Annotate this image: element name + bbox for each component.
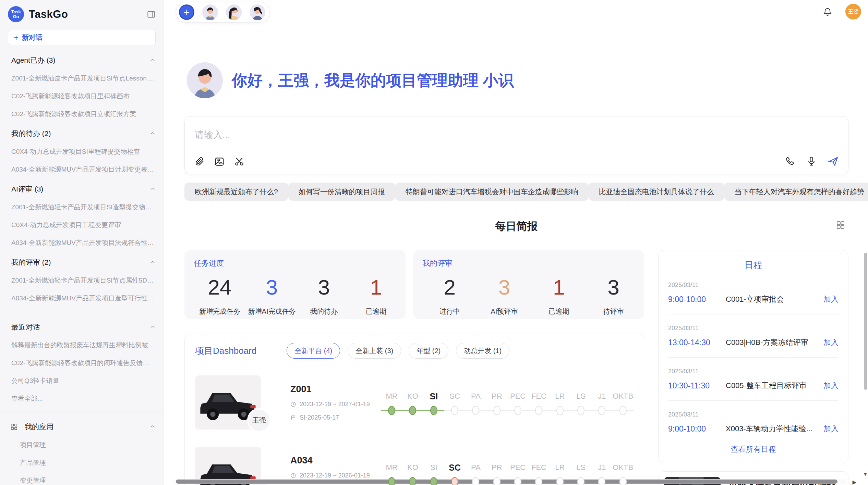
milestone-dot [388,477,395,485]
clock-icon [290,473,296,478]
chevron-up-icon[interactable] [149,130,156,137]
app-title: TaskGo [29,8,68,21]
send-icon[interactable] [827,156,839,167]
assistant-avatar [187,62,223,98]
list-item[interactable]: A034-全新新能源MUV产品开发项目造型可行性评审 [11,285,156,303]
join-link[interactable]: 加入 [823,294,839,304]
tab-platform[interactable]: 全新平台 (4) [287,343,340,359]
milestone-label: LR [550,391,570,403]
list-item[interactable]: C0X4-动力总成开发项目工程变更评审 [11,212,156,229]
schedule-time: 9:00-10:00 [668,424,726,434]
milestone-dot [619,406,627,415]
stat-value: 1 [350,275,402,299]
milestone-dot [472,477,479,485]
sidebar-item-product-mgmt[interactable]: 产品管理 [20,449,163,467]
attachment-icon[interactable] [194,156,205,167]
agent-avatar[interactable] [250,4,265,20]
suggestion-chip[interactable]: 特朗普可能对进口汽车增税会对中国车企造成哪些影响 [395,183,589,201]
list-item[interactable]: A034-全新新能源MUV产品开发项目法规符合性评审 [11,229,156,247]
milestone-dot [472,406,479,415]
stat-label: 已逾期 [350,307,402,316]
image-icon[interactable] [214,156,225,167]
user-avatar[interactable]: 王强 [845,4,861,20]
join-link[interactable]: 加入 [823,337,839,348]
vertical-scrollbar-thumb[interactable] [864,253,867,390]
scissors-icon[interactable] [234,156,245,167]
sidebar-item-change-mgmt[interactable]: 变更管理 [20,467,163,485]
milestone-dot [514,406,521,415]
list-item[interactable]: Z001-全新燃油皮卡产品开发项目SI节点Lesson Learn报告 [11,65,156,83]
add-agent-button[interactable]: + [179,4,194,20]
list-item[interactable]: Z001-全新燃油轻卡产品开发项目SI造型提交物评审 [11,194,156,212]
milestone-label: OKTB [613,462,634,474]
suggestion-chip[interactable]: 如何写一份清晰的项目周报 [288,183,395,201]
milestone-label: FEC [528,391,549,403]
milestone-label: MR [381,462,402,474]
milestone-dot [556,406,564,415]
milestone-track: MR KO SI SC PA PR PEC FEC LR LS J1 OKTB [381,390,634,417]
schedule-item: 2025/03/11 9:00-10:00 X003-车辆动力学性能验... 加… [668,401,839,434]
list-item[interactable]: 解释最新出台的欧盟报废车法规再生塑料比例被调至15%... [11,332,156,350]
schedule-time: 13:00-14:30 [668,338,726,347]
chevron-up-icon[interactable] [149,186,156,192]
milestone-dot [598,406,605,415]
section-my-todo[interactable]: 我的待办 (2) [11,129,156,138]
horizontal-scrollbar[interactable]: ▶ [173,479,847,484]
milestone-label: SI [423,391,444,403]
suggestion-chip[interactable]: 当下年轻人对汽车外观有怎样的喜好趋势 [724,183,868,201]
schedule-name: C003|H0B-方案冻结评审 [726,337,819,348]
milestone-label: PR [486,462,507,474]
chat-input-placeholder[interactable]: 请输入... [195,129,230,141]
schedule-name: X003-车辆动力学性能验... [726,424,819,434]
list-item[interactable]: C02-飞腾新能源轻客改款项目的闭环通告反馈情况 [11,350,156,368]
join-link[interactable]: 加入 [823,424,839,434]
horizontal-scrollbar-thumb[interactable] [176,480,837,484]
chevron-up-icon[interactable] [149,259,156,265]
list-item[interactable]: C0X4-动力总成开发项目SI里程碑提交物检查 [11,138,156,156]
agent-avatar-group: + [176,2,270,23]
tab-model-year[interactable]: 年型 (2) [409,343,448,359]
section-ai-review[interactable]: AI评审 (3) [11,184,156,194]
notification-bell-icon[interactable] [823,7,832,16]
scroll-right-arrow-icon[interactable]: ▶ [852,479,856,485]
chevron-up-icon[interactable] [149,57,156,63]
section-my-review[interactable]: 我的评审 (2) [11,258,156,267]
agent-avatar[interactable] [226,4,242,20]
chat-input-card[interactable]: 请输入... [184,116,848,174]
list-item[interactable]: C02-飞腾新能源轻客改款项目里程碑画布 [11,83,156,101]
section-agent-done[interactable]: Agent已办 (3) [11,55,156,65]
sidebar-item-project-mgmt[interactable]: 项目管理 [20,432,163,449]
microphone-icon[interactable] [806,156,817,167]
layout-grid-icon[interactable] [835,220,846,230]
phone-call-icon[interactable] [785,156,796,167]
list-item[interactable]: 公司Q3轻卡销量 [11,368,156,385]
suggestion-chip[interactable]: 比亚迪全固态电池计划具体说了什么 [589,183,724,201]
list-item[interactable]: Z001-全新燃油轻卡产品开发项目SI节点属性5D文件评审 [11,267,156,285]
scroll-down-arrow-icon[interactable]: ▼ [863,471,868,477]
agent-avatar[interactable] [202,4,218,20]
chevron-up-icon[interactable] [149,424,156,430]
vertical-scrollbar[interactable]: ▼ [863,0,867,485]
tab-upfit[interactable]: 全新上装 (3) [348,343,401,359]
chevron-up-icon[interactable] [149,324,156,330]
card-title: 我的评审 [422,258,641,269]
stat-label: AI预评审 [477,307,531,316]
list-item[interactable]: A034-全新新能源MUV产品开发项目计划变更表编写 [11,156,156,174]
list-item[interactable]: C02-飞腾新能源轻客改款项目立项汇报方案 [11,101,156,119]
schedule-date: 2025/03/11 [668,411,839,418]
sidebar-collapse-icon[interactable] [147,10,156,19]
view-all-schedule-link[interactable]: 查看所有日程 [668,444,839,455]
main-area: + 王强 你好，王强，我是你的项目管理助理 小识 请输入. [164,0,868,485]
schedule-time: 9:00-10:00 [668,295,726,304]
section-recent-chats[interactable]: 最近对话 [11,322,156,332]
section-my-apps[interactable]: 我的应用 [10,422,156,432]
tab-powertrain[interactable]: 动总开发 (1) [456,343,509,359]
milestone-label: LS [570,462,591,474]
schedule-item: 2025/03/11 10:30-11:30 C005-整车工程目标评审 加入 [668,358,839,401]
my-review-card: 我的评审 2进行中 3AI预评审 1已逾期 3待评审 [413,250,644,319]
join-link[interactable]: 加入 [823,381,839,391]
stat-value: 24 [194,275,246,299]
suggestion-chip[interactable]: 欧洲新规最近颁布了什么? [184,183,288,201]
view-all-chats[interactable]: 查看全部... [11,385,156,403]
new-chat-button[interactable]: + 新对话 [8,30,156,45]
